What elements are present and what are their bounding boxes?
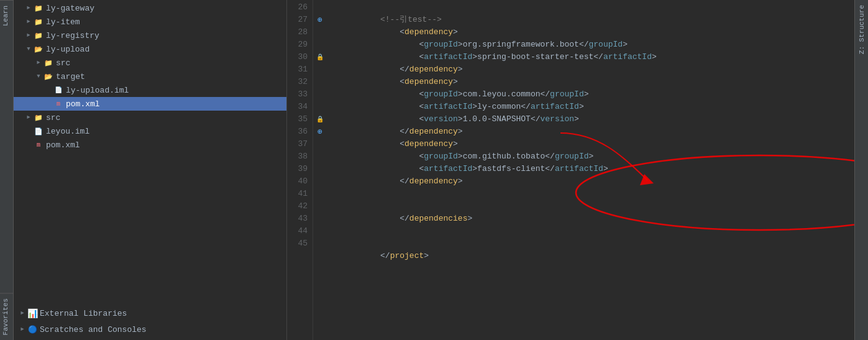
code-line-26: <!--引test-->: [332, 1, 854, 14]
folder-icon-src2: 📁: [34, 113, 43, 122]
sidebar-bottom: 📊 External Libraries 🔵 Scratches and Con…: [14, 303, 286, 340]
gutter-row-42: [313, 200, 327, 213]
structure-tab[interactable]: Z: Structure: [856, 0, 867, 59]
tree-item-pom-xml-upload[interactable]: m pom.xml: [14, 97, 286, 111]
label-src: src: [56, 58, 70, 68]
tree-item-ly-registry[interactable]: 📁 ly-registry: [14, 29, 286, 42]
gutter-row-30: 🔒: [313, 51, 327, 63]
favorites-tab[interactable]: Favorites: [0, 293, 13, 340]
arrow-src2: [24, 113, 34, 122]
label-ly-upload-iml: ly-upload.iml: [66, 86, 129, 95]
learn-tab[interactable]: Learn: [0, 0, 13, 31]
spacer-pom-upload: [43, 99, 53, 109]
tree-item-target[interactable]: 📂 target: [14, 70, 286, 83]
iml-icon-ly-upload: 📄: [53, 85, 63, 95]
tree-item-pom-xml-root[interactable]: m pom.xml: [14, 138, 286, 152]
editor-area: 26 27 28 29 30 31 32 33 34 35 36 37 38 3…: [287, 0, 854, 340]
gutter-row-35: 🔒: [313, 113, 327, 126]
left-sidebar-tabs: Learn Favorites: [0, 0, 14, 340]
tree-item-ly-gateway[interactable]: 📁 ly-gateway: [14, 1, 286, 15]
spacer-leyou-iml: [24, 126, 34, 136]
code-line-45: </project>: [332, 237, 854, 250]
gutter-row-28: [313, 26, 327, 39]
label-target: target: [56, 72, 85, 81]
gutter-row-34: [313, 101, 327, 113]
gutter-row-33: [313, 88, 327, 101]
arrow-ly-registry: [24, 30, 34, 40]
spacer-ly-upload-iml: [43, 85, 53, 95]
arrow-src: [34, 58, 43, 68]
code-container[interactable]: 26 27 28 29 30 31 32 33 34 35 36 37 38 3…: [287, 0, 854, 340]
code-content[interactable]: <!--引test--> <dependency> <groupId>org.s…: [327, 0, 854, 340]
label-ly-item: ly-item: [46, 17, 80, 27]
folder-icon-ly-item: 📁: [34, 17, 43, 27]
code-line-44: [332, 225, 854, 237]
tree-item-ly-upload[interactable]: 📂 ly-upload: [14, 42, 286, 56]
code-line-42: </dependencies>: [332, 200, 854, 213]
pom-icon-root: m: [34, 140, 43, 150]
arrow-external-libs: [17, 308, 27, 318]
gutter-row-29: [313, 39, 327, 51]
gutter-row-31: [313, 63, 327, 76]
sidebar-item-scratches[interactable]: 🔵 Scratches and Consoles: [14, 321, 286, 338]
arrow-target: [34, 71, 43, 81]
tree-item-ly-item[interactable]: 📁 ly-item: [14, 15, 286, 29]
spacer-pom-root: [24, 140, 34, 150]
gutter-row-41: [313, 188, 327, 200]
gutter-row-27: ⊕: [313, 14, 327, 26]
folder-icon-src: 📁: [43, 58, 53, 68]
code-line-41: [332, 188, 854, 200]
scratches-icon: 🔵: [27, 324, 37, 334]
arrow-scratches: [17, 324, 27, 334]
tree-item-ly-upload-iml[interactable]: 📄 ly-upload.iml: [14, 83, 286, 97]
tree-item-src2[interactable]: 📁 src: [14, 111, 286, 124]
label-ly-upload: ly-upload: [46, 45, 89, 54]
gutter-row-26: [313, 1, 327, 14]
line-numbers: 26 27 28 29 30 31 32 33 34 35 36 37 38 3…: [287, 0, 313, 340]
gutter-row-37: [313, 138, 327, 150]
tree-item-src[interactable]: 📁 src: [14, 56, 286, 70]
gutter-row-39: [313, 163, 327, 175]
editor-wrapper: 26 27 28 29 30 31 32 33 34 35 36 37 38 3…: [287, 0, 854, 340]
label-pom-xml-upload: pom.xml: [66, 99, 100, 109]
label-scratches: Scratches and Consoles: [40, 325, 147, 334]
folder-icon-ly-registry: 📁: [34, 30, 43, 40]
folder-icon-target: 📂: [43, 71, 53, 81]
gutter-row-32: [313, 76, 327, 88]
gutter-row-40: [313, 175, 327, 188]
label-ly-registry: ly-registry: [46, 31, 99, 40]
gutter: ⊕ 🔒 🔒 ⊕: [313, 0, 327, 340]
arrow-ly-item: [24, 17, 34, 27]
arrow-ly-upload: [24, 44, 34, 54]
gutter-row-38: [313, 150, 327, 163]
gutter-row-36: ⊕: [313, 126, 327, 138]
label-src2: src: [46, 113, 60, 122]
gutter-row-44: [313, 225, 327, 237]
tree-item-leyou-iml[interactable]: 📄 leyou.iml: [14, 124, 286, 138]
label-external-libs: External Libraries: [40, 309, 127, 318]
right-sidebar-tabs: Z: Structure: [854, 0, 868, 340]
gutter-row-43: [313, 213, 327, 225]
label-leyou-iml: leyou.iml: [46, 127, 89, 136]
sidebar-item-external-libs[interactable]: 📊 External Libraries: [14, 305, 286, 321]
project-panel: 📁 ly-gateway 📁 ly-item 📁 ly-registry 📂 l…: [14, 0, 287, 340]
libs-icon: 📊: [27, 308, 37, 318]
label-pom-xml-root: pom.xml: [46, 140, 80, 150]
folder-icon-ly-gateway: 📁: [34, 3, 43, 13]
arrow-ly-gateway: [24, 3, 34, 13]
pom-icon-upload: m: [53, 99, 63, 109]
label-ly-gateway: ly-gateway: [46, 4, 94, 13]
folder-icon-ly-upload: 📂: [34, 44, 43, 54]
iml-icon-leyou: 📄: [34, 126, 43, 136]
file-tree: 📁 ly-gateway 📁 ly-item 📁 ly-registry 📂 l…: [14, 0, 286, 303]
gutter-row-45: [313, 237, 327, 250]
